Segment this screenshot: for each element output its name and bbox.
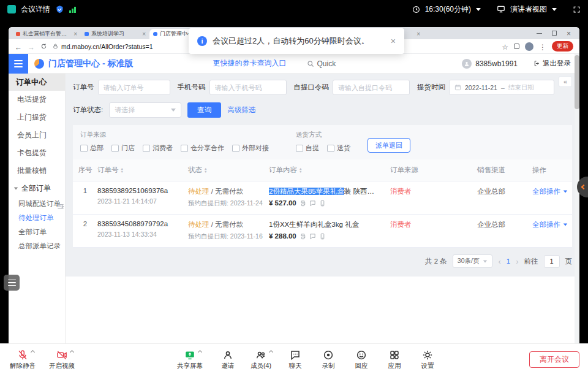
checkbox-icon[interactable] — [143, 145, 150, 152]
sidebar-item-batch-verify[interactable]: 批量核销 — [9, 162, 65, 180]
site-info-icon[interactable] — [53, 44, 58, 49]
sidebar-item-card-pickup[interactable]: 卡包提货 — [9, 144, 65, 162]
order-no-input[interactable] — [98, 80, 170, 95]
checkbox-icon[interactable] — [296, 145, 303, 152]
floating-list-button[interactable] — [4, 275, 20, 291]
toolbar-record-button[interactable]: 录制 — [312, 346, 345, 374]
query-button[interactable]: 查询 — [187, 102, 221, 118]
toolbar-reaction-button[interactable]: 回应 — [345, 346, 378, 374]
toolbar-label: 解除静音 — [10, 362, 36, 370]
browser-profile-avatar[interactable] — [525, 42, 533, 51]
toolbar-chat-button[interactable]: 聊天 — [279, 346, 312, 374]
maximize-icon[interactable] — [552, 31, 557, 36]
checkbox-icon[interactable] — [327, 145, 334, 152]
chevron-up-icon[interactable] — [269, 350, 273, 354]
sidebar-item-door-pickup[interactable]: 上门提货 — [9, 109, 65, 126]
order-status-select[interactable]: 请选择 — [109, 102, 181, 118]
checkbox-hq[interactable]: 总部 — [80, 143, 104, 153]
back-icon[interactable] — [15, 41, 22, 52]
forward-icon[interactable] — [28, 41, 35, 52]
chevron-up-icon[interactable] — [31, 350, 35, 354]
sidebar-item-all-orders[interactable]: 全部订单 — [9, 225, 65, 239]
checkbox-self-pickup[interactable]: 自提 — [296, 143, 319, 153]
goto-page-input[interactable] — [544, 255, 560, 268]
printer-icon[interactable] — [300, 200, 306, 207]
toolbar-share-button[interactable]: 共享屏幕 — [173, 346, 206, 374]
browser-tab[interactable]: 系统培训学习 — [81, 29, 149, 39]
toolbar-settings-button[interactable]: 设置 — [411, 346, 444, 374]
minimize-icon[interactable] — [537, 33, 542, 34]
checkbox-store[interactable]: 门店 — [111, 143, 135, 153]
tab-close-icon[interactable] — [417, 31, 420, 37]
date-range-picker[interactable]: 2022-11-21 结束日期 — [449, 80, 554, 95]
next-page-icon[interactable] — [516, 257, 518, 266]
sidebar-item-phone-pickup[interactable]: 电话提货 — [9, 91, 65, 109]
header-status[interactable]: 状态 — [188, 166, 269, 175]
hamburger-menu-button[interactable] — [9, 54, 28, 74]
view-mode-label[interactable]: 演讲者视图 — [510, 4, 547, 15]
extensions-icon[interactable] — [514, 44, 519, 49]
refresh-icon[interactable] — [40, 43, 47, 50]
pickup-code-input[interactable] — [333, 80, 410, 95]
view-dropdown-icon[interactable] — [552, 8, 557, 11]
sidebar-collapse-icon[interactable] — [56, 202, 65, 211]
printer-icon[interactable] — [300, 233, 306, 240]
header-order-no[interactable]: 订单号 — [97, 166, 188, 175]
browser-update-button[interactable]: 更新 — [552, 41, 573, 52]
checkbox-warehouse-coop[interactable]: 仓分享合作 — [181, 143, 224, 153]
checkbox-icon[interactable] — [232, 145, 239, 152]
sidebar-item-hq-dispatch-log[interactable]: 总部派单记录 — [9, 239, 65, 253]
checkbox-consumer[interactable]: 消费者 — [143, 143, 173, 153]
meeting-timer[interactable]: 16:30(60分钟) — [425, 4, 471, 15]
toast-close-icon[interactable] — [391, 36, 396, 46]
quick-search[interactable]: Quick — [307, 59, 336, 68]
chevron-up-icon[interactable] — [70, 350, 74, 354]
phone-icon[interactable] — [319, 200, 326, 207]
toolbar-invite-button[interactable]: 邀请 — [211, 346, 244, 374]
security-shield-icon[interactable] — [55, 5, 64, 14]
checkbox-icon[interactable] — [181, 145, 188, 152]
message-icon[interactable] — [309, 233, 316, 240]
page-size-select[interactable]: 30条/页 — [453, 254, 493, 268]
sidebar-item-member-visit[interactable]: 会员上门 — [9, 126, 65, 144]
header-content[interactable]: 订单内容 — [269, 166, 390, 175]
checkbox-external[interactable]: 外部对接 — [232, 143, 269, 153]
browser-menu-icon[interactable] — [539, 41, 546, 52]
toolbar-apps-button[interactable]: 应用 — [378, 346, 411, 374]
bookmark-star-icon[interactable] — [502, 41, 508, 52]
logout-link[interactable]: 退出登录 — [533, 59, 571, 68]
user-account[interactable]: 8385wb1991 — [462, 59, 518, 69]
coupon-query-link[interactable]: 更快捷的券卡查询入口 — [213, 58, 286, 69]
collapse-panel-button[interactable] — [559, 76, 572, 87]
scrollbar-thumb[interactable] — [575, 55, 579, 109]
phone-input[interactable] — [209, 80, 287, 95]
checkbox-icon[interactable] — [111, 145, 119, 152]
meeting-detail-link[interactable]: 会议详情 — [21, 4, 50, 15]
toolbar-video-button[interactable]: 开启视频 — [45, 346, 78, 374]
row-action-dropdown[interactable]: 全部操作 — [532, 220, 572, 229]
toolbar-mute-button[interactable]: 解除静音 — [6, 346, 39, 374]
checkbox-icon[interactable] — [80, 145, 88, 152]
sort-icon[interactable] — [204, 167, 207, 173]
prev-page-icon[interactable] — [498, 257, 500, 266]
checkbox-delivery[interactable]: 送货 — [327, 143, 350, 153]
toolbar-members-button[interactable]: 成员(4) — [244, 346, 277, 374]
current-page[interactable]: 1 — [507, 258, 510, 265]
row-action-dropdown[interactable]: 全部操作 — [532, 187, 572, 196]
browser-tab[interactable]: 礼盒营销平台管理中心 — [12, 29, 81, 39]
leave-meeting-button[interactable]: 离开会议 — [529, 351, 579, 368]
fullscreen-icon[interactable] — [573, 6, 581, 13]
message-icon[interactable] — [309, 200, 316, 207]
sidebar-item-pending-orders[interactable]: 待处理订单 — [9, 211, 65, 225]
sort-icon[interactable] — [299, 167, 302, 173]
chevron-up-icon[interactable] — [198, 350, 202, 354]
sort-icon[interactable] — [121, 167, 124, 173]
close-icon[interactable] — [567, 28, 571, 39]
phone-icon[interactable] — [319, 233, 326, 240]
tab-close-icon[interactable] — [142, 31, 146, 37]
dispatch-return-button[interactable]: 派单退回 — [368, 138, 410, 153]
tab-close-icon[interactable] — [74, 31, 77, 37]
timer-dropdown-icon[interactable] — [476, 8, 481, 11]
sidebar-group-all-orders[interactable]: 全部订单 — [9, 180, 65, 197]
advanced-filter-link[interactable]: 高级筛选 — [227, 105, 255, 115]
